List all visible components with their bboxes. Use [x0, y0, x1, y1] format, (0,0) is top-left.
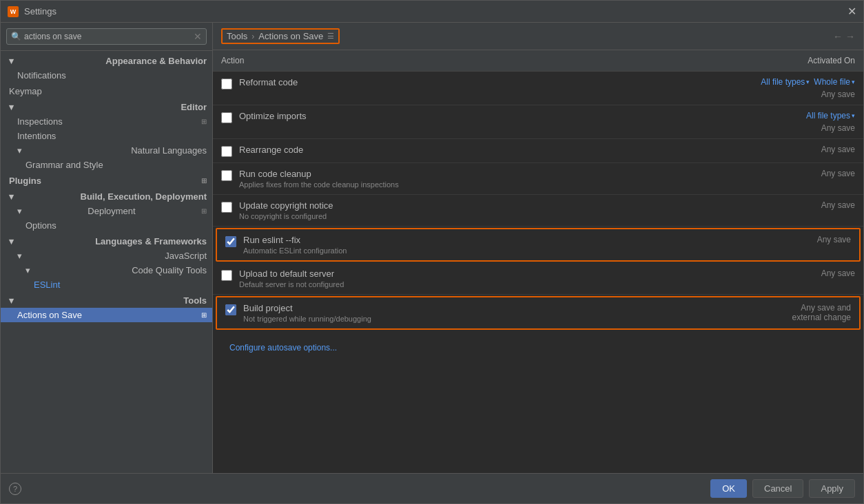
breadcrumb-current: Actions on Save — [258, 31, 323, 41]
expand-icon: ▾ — [9, 236, 14, 246]
settings-icon: ⊞ — [201, 311, 207, 319]
sidebar-item-label: Appearance & Behavior — [105, 56, 207, 66]
sidebar-item-label: Code Quality Tools — [132, 265, 207, 275]
actions-table: Action Activated On Reformat code — [213, 50, 863, 473]
expand-icon: ▾ — [9, 102, 14, 112]
action-right: Any save — [731, 200, 855, 210]
save-trigger: Any save — [821, 269, 855, 278]
cancel-button[interactable]: Cancel — [752, 479, 803, 498]
expand-icon: ▾ — [9, 295, 14, 306]
action-name: Optimize imports — [239, 111, 731, 121]
build-checkbox[interactable] — [225, 304, 236, 315]
action-filters: All file types ▾ Whole file ▾ — [761, 77, 855, 87]
action-right: All file types ▾ Whole file ▾ Any save — [731, 77, 855, 99]
sidebar: 🔍 ✕ ▾ Appearance & Behavior Notification… — [1, 23, 213, 473]
sidebar-item-tools[interactable]: ▾ Tools — [1, 293, 212, 308]
configure-link[interactable]: Configure autosave options... — [221, 337, 345, 358]
action-name: Reformat code — [239, 77, 731, 87]
action-info: Update copyright notice No copyright is … — [239, 200, 731, 220]
action-name: Run eslint --fix — [243, 235, 727, 245]
sidebar-item-notifications[interactable]: Notifications — [1, 68, 212, 83]
action-right: All file types ▾ Any save — [731, 111, 855, 133]
action-filters: All file types ▾ — [806, 111, 855, 120]
save-trigger: Any save and external change — [792, 303, 851, 322]
clear-icon[interactable]: ✕ — [194, 31, 202, 42]
table-row: Upload to default server Default server … — [213, 263, 863, 295]
sidebar-item-label: Build, Execution, Deployment — [81, 191, 207, 202]
sidebar-item-plugins[interactable]: Plugins ⊞ — [1, 174, 212, 188]
sidebar-item-inspections[interactable]: Inspections ⊞ — [1, 114, 212, 129]
settings-icon: ⊞ — [201, 118, 207, 125]
sidebar-item-intentions[interactable]: Intentions — [1, 129, 212, 143]
sidebar-item-label: Tools — [183, 295, 207, 306]
rearrange-checkbox[interactable] — [221, 146, 232, 157]
sidebar-item-eslint[interactable]: ESLint — [1, 277, 212, 292]
breadcrumb-icon[interactable]: ☰ — [327, 32, 334, 41]
search-input[interactable] — [24, 32, 194, 41]
sidebar-item-label: Deployment — [88, 206, 135, 216]
save-trigger: Any save — [821, 123, 855, 133]
header-activated-on: Activated On — [731, 56, 855, 65]
sidebar-item-label: Keymap — [9, 86, 42, 96]
action-right: Any save — [731, 145, 855, 154]
sidebar-item-natural-languages[interactable]: ▾ Natural Languages — [1, 143, 212, 158]
action-name: Run code cleanup — [239, 169, 731, 179]
expand-icon: ▾ — [9, 56, 14, 66]
app-icon: W — [8, 6, 19, 17]
sidebar-item-label: Options — [25, 220, 56, 231]
search-box: 🔍 ✕ — [1, 23, 212, 51]
action-right: Any save — [731, 169, 855, 178]
content-area: 🔍 ✕ ▾ Appearance & Behavior Notification… — [1, 23, 863, 473]
apply-button[interactable]: Apply — [809, 479, 855, 498]
settings-icon: ⊞ — [201, 207, 207, 215]
sidebar-item-options[interactable]: Options — [1, 218, 212, 233]
sidebar-item-grammar-style[interactable]: Grammar and Style — [1, 158, 212, 172]
sidebar-item-javascript[interactable]: ▾ JavaScript — [1, 249, 212, 263]
reformat-checkbox[interactable] — [221, 78, 232, 90]
close-button[interactable]: ✕ — [847, 5, 856, 18]
settings-icon: ⊞ — [201, 177, 207, 185]
breadcrumb-parent: Tools — [227, 31, 247, 41]
action-right: Any save — [731, 269, 855, 278]
sidebar-item-editor[interactable]: ▾ Editor — [1, 100, 212, 114]
sidebar-item-actions-on-save[interactable]: Actions on Save ⊞ — [1, 308, 212, 322]
bottom-buttons: OK Cancel Apply — [710, 479, 855, 498]
main-panel: Tools › Actions on Save ☰ ← → Action Act… — [213, 23, 863, 473]
action-info: Reformat code — [239, 77, 731, 87]
save-trigger: Any save — [821, 90, 855, 99]
file-type-dropdown[interactable]: All file types ▾ — [761, 77, 810, 87]
action-sub: No copyright is configured — [239, 212, 731, 220]
action-info: Rearrange code — [239, 145, 731, 155]
action-name: Build project — [243, 303, 727, 313]
nav-back-button[interactable]: ← — [833, 31, 843, 42]
sidebar-item-deployment[interactable]: ▾ Deployment ⊞ — [1, 204, 212, 218]
scope-dropdown[interactable]: Whole file ▾ — [814, 77, 855, 87]
copyright-checkbox[interactable] — [221, 202, 232, 213]
action-info: Upload to default server Default server … — [239, 269, 731, 288]
nav-arrows: ← → — [833, 31, 855, 42]
sidebar-item-label: Plugins — [9, 176, 41, 186]
table-row: Optimize imports All file types ▾ Any sa… — [213, 105, 863, 139]
title-bar: W Settings ✕ — [1, 1, 863, 23]
sidebar-item-build[interactable]: ▾ Build, Execution, Deployment — [1, 189, 212, 204]
eslint-checkbox[interactable] — [225, 236, 236, 247]
action-right: Any save — [727, 235, 851, 244]
upload-checkbox[interactable] — [221, 270, 232, 281]
action-sub: Not triggered while running/debugging — [243, 315, 727, 323]
table-header: Action Activated On — [213, 50, 863, 72]
help-button[interactable]: ? — [9, 483, 21, 495]
save-trigger: Any save — [821, 200, 855, 210]
cleanup-checkbox[interactable] — [221, 170, 232, 181]
sidebar-item-appearance[interactable]: ▾ Appearance & Behavior — [1, 54, 212, 68]
optimize-checkbox[interactable] — [221, 112, 232, 123]
action-name: Upload to default server — [239, 269, 731, 279]
ok-button[interactable]: OK — [710, 479, 747, 498]
nav-forward-button[interactable]: → — [845, 31, 855, 42]
sidebar-item-keymap[interactable]: Keymap — [1, 84, 212, 98]
header-action: Action — [221, 56, 731, 65]
sidebar-item-languages[interactable]: ▾ Languages & Frameworks — [1, 234, 212, 249]
action-info: Optimize imports — [239, 111, 731, 121]
file-type-dropdown[interactable]: All file types ▾ — [806, 111, 855, 120]
sidebar-item-code-quality[interactable]: ▾ Code Quality Tools — [1, 263, 212, 277]
breadcrumb-highlight: Tools › Actions on Save ☰ — [221, 28, 340, 44]
